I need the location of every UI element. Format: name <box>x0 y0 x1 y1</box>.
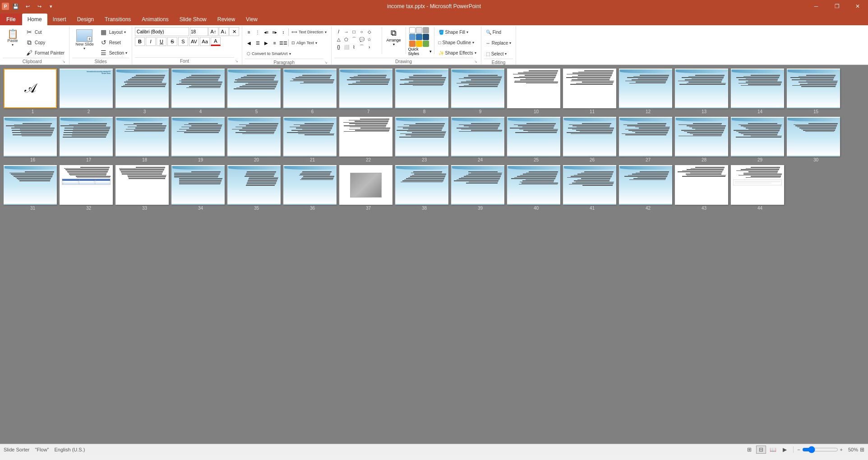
shape-triangle[interactable]: △ <box>335 36 342 43</box>
decrease-font-button[interactable]: A↓ <box>219 27 229 36</box>
clipboard-expand[interactable]: ↘ <box>61 59 66 64</box>
qs-5[interactable] <box>416 34 422 40</box>
tab-design[interactable]: Design <box>72 14 99 25</box>
slide-item-38[interactable]: ☆38 <box>395 165 448 211</box>
slide-item-26[interactable]: ☆26 <box>563 117 616 162</box>
font-size-input[interactable] <box>190 27 208 36</box>
new-slide-button[interactable]: + New Slide ▾ <box>72 27 97 53</box>
slide-item-13[interactable]: ☆13 <box>675 69 728 114</box>
slide-item-41[interactable]: ☆41 <box>563 165 616 211</box>
slide-item-39[interactable]: ☆39 <box>451 165 504 211</box>
slide-item-8[interactable]: ☆8 <box>395 69 448 114</box>
quick-styles-label[interactable]: Quick Styles▾ <box>408 47 432 56</box>
slide-item-12[interactable]: ☆12 <box>619 69 672 114</box>
cut-button[interactable]: ✂ Cut <box>23 27 66 37</box>
slide-item-17[interactable]: ☆17 <box>60 117 113 162</box>
select-button[interactable]: ⬚ Select▾ <box>484 49 509 59</box>
paste-button[interactable]: 📋 Paste ▾ <box>3 27 23 49</box>
shape-effects-button[interactable]: ✨ Shape Effects▾ <box>437 48 478 58</box>
slide-item-42[interactable]: ☆42 <box>619 165 672 211</box>
change-case-button[interactable]: Aa <box>200 37 210 46</box>
align-text-button[interactable]: ⊡ Align Text▾ <box>290 38 319 48</box>
tab-insert[interactable]: Insert <box>47 14 72 25</box>
align-center-button[interactable]: ☰ <box>254 39 262 47</box>
text-direction-button[interactable]: ⟺ Text Direction▾ <box>290 27 328 37</box>
shape-arc[interactable]: ⌒ <box>358 43 365 51</box>
slide-item-43[interactable]: ☆43 <box>675 165 728 211</box>
shape-circle[interactable]: ○ <box>358 28 365 35</box>
drawing-expand[interactable]: ↘ <box>473 59 478 64</box>
underline-button[interactable]: U <box>157 37 166 46</box>
slide-item-19[interactable]: ☆19 <box>171 117 225 162</box>
slide-item-24[interactable]: ☆24 <box>451 117 504 162</box>
qs-2[interactable] <box>416 27 422 33</box>
line-spacing-button[interactable]: ↕ <box>279 28 287 36</box>
normal-view-button[interactable]: ⊞ <box>744 446 754 454</box>
section-button[interactable]: ☰ Section▾ <box>98 48 129 58</box>
redo-quick-btn[interactable]: ↪ <box>34 1 44 11</box>
save-quick-btn[interactable]: 💾 <box>11 1 21 11</box>
font-color-button[interactable]: A <box>211 37 221 46</box>
slide-item-30[interactable]: ☆30 <box>787 117 840 162</box>
slide-item-6[interactable]: ☆6 <box>283 69 337 114</box>
slide-item-18[interactable]: ☆18 <box>115 117 169 162</box>
qs-9[interactable] <box>423 41 429 47</box>
shape-callout[interactable]: 💬 <box>358 36 365 43</box>
slide-item-5[interactable]: ☆5 <box>227 69 281 114</box>
tab-animations[interactable]: Animations <box>136 14 174 25</box>
tab-review[interactable]: Review <box>212 14 240 25</box>
minimize-button[interactable]: ─ <box>806 0 826 13</box>
slide-item-14[interactable]: ☆14 <box>731 69 784 114</box>
slide-item-2[interactable]: International accounting standard 12Inco… <box>60 69 113 114</box>
inc-list-level-button[interactable]: ≡▸ <box>271 28 279 36</box>
arrange-button[interactable]: ⧉ Arrange ▾ <box>384 27 403 48</box>
tab-view[interactable]: View <box>240 14 263 25</box>
convert-smartart-button[interactable]: ⬡ Convert to SmartArt▾ <box>245 49 293 59</box>
find-button[interactable]: 🔍 Find <box>484 27 503 37</box>
qs-6[interactable] <box>423 34 429 40</box>
slide-item-31[interactable]: ☆31 <box>4 165 57 211</box>
slide-item-22[interactable]: ☆22 <box>339 117 392 162</box>
dec-list-level-button[interactable]: ◂≡ <box>262 28 270 36</box>
paragraph-expand[interactable]: ↘ <box>323 60 328 65</box>
shape-line[interactable]: / <box>335 28 342 35</box>
qs-1[interactable] <box>409 27 416 33</box>
format-painter-button[interactable]: 🖌 Format Painter <box>23 48 66 58</box>
slide-item-15[interactable]: ☆15 <box>787 69 840 114</box>
slide-item-32[interactable]: A B C 123 456 ☆32 <box>60 165 113 211</box>
slide-item-28[interactable]: ☆28 <box>675 117 728 162</box>
align-right-button[interactable]: ▶ <box>262 39 270 47</box>
bullets-button[interactable]: ≡ <box>245 28 253 36</box>
shape-pentagon[interactable]: ⬠ <box>343 36 350 43</box>
slide-item-21[interactable]: ☆21 <box>283 117 337 162</box>
char-spacing-button[interactable]: AV <box>189 37 199 46</box>
qs-7[interactable] <box>409 41 416 47</box>
font-name-input[interactable] <box>135 27 189 36</box>
copy-button[interactable]: ⧉ Copy <box>23 37 66 47</box>
shape-rect[interactable]: □ <box>351 28 358 35</box>
shape-chevron[interactable]: › <box>366 43 373 51</box>
slide-sorter[interactable]: 𝒜☆1 International accounting standard 12… <box>0 65 868 444</box>
columns-button[interactable]: ☰☰ <box>279 39 287 47</box>
slide-item-7[interactable]: ☆7 <box>339 69 392 114</box>
tab-transitions[interactable]: Transitions <box>99 14 136 25</box>
slide-item-3[interactable]: ☆3 <box>115 69 169 114</box>
reset-button[interactable]: ↺ Reset <box>98 37 129 47</box>
shape-outline-button[interactable]: □ Shape Outline▾ <box>437 37 478 47</box>
font-expand[interactable]: ↘ <box>234 59 239 64</box>
slide-item-10[interactable]: ☆10 <box>507 69 560 114</box>
replace-button[interactable]: ↔ Replace▾ <box>484 38 513 48</box>
slideshow-view-button[interactable]: ▶ <box>780 446 790 454</box>
quick-access-dropdown[interactable]: ▾ <box>46 1 56 11</box>
shape-star[interactable]: ☆ <box>366 36 373 43</box>
justify-button[interactable]: ≡ <box>271 39 279 47</box>
shape-arrow[interactable]: → <box>343 28 350 35</box>
tab-home[interactable]: Home <box>22 14 47 25</box>
undo-quick-btn[interactable]: ↩ <box>23 1 32 11</box>
slide-item-4[interactable]: ☆4 <box>171 69 225 114</box>
slide-item-9[interactable]: ☆9 <box>451 69 504 114</box>
reading-view-button[interactable]: 📖 <box>768 446 778 454</box>
slide-item-23[interactable]: ☆23 <box>395 117 448 162</box>
close-button[interactable]: ✕ <box>847 0 868 13</box>
slide-item-29[interactable]: ☆29 <box>731 117 784 162</box>
